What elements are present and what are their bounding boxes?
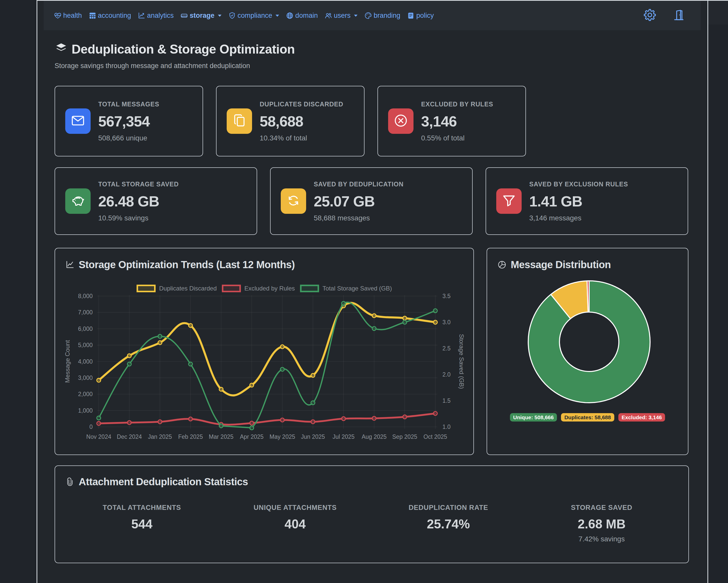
caret-down-icon — [276, 14, 279, 17]
stat-cards-row-1: TOTAL MESSAGES567,354508,666 uniqueDUPLI… — [55, 86, 689, 156]
svg-text:2.5: 2.5 — [442, 345, 450, 352]
svg-text:5,000: 5,000 — [78, 342, 93, 348]
svg-text:Jul 2025: Jul 2025 — [333, 433, 355, 440]
charts-row: Storage Optimization Trends (Last 12 Mon… — [55, 248, 689, 455]
svg-text:7,000: 7,000 — [78, 309, 93, 315]
globe-icon — [286, 12, 294, 20]
svg-text:1.5: 1.5 — [442, 397, 450, 404]
trends-line-chart: 8,0007,0006,0005,0004,0003,0002,0001,000… — [55, 248, 473, 455]
stat-icon-tile — [65, 108, 90, 134]
distribution-legend: Unique: 508,666Duplicates: 58,688Exclude… — [487, 413, 688, 422]
svg-text:May 2025: May 2025 — [269, 433, 295, 440]
people-icon — [324, 12, 332, 20]
attachment-stat-value: 2.68 MB — [525, 517, 678, 531]
nav-item-health[interactable]: health — [54, 12, 82, 20]
nav-item-policy[interactable]: policy — [407, 12, 434, 20]
distribution-donut-chart — [487, 248, 688, 455]
nav-items: healthaccountinganalyticsstoragecomplian… — [54, 12, 434, 20]
paperclip-icon — [65, 477, 75, 486]
table-icon — [88, 12, 97, 20]
stat-icon-tile — [496, 188, 522, 214]
attachment-stat-label: UNIQUE ATTACHMENTS — [218, 504, 372, 512]
arrow-repeat-icon — [286, 193, 301, 209]
nav-item-storage[interactable]: storage — [180, 12, 222, 20]
stat-sub: 10.34% of total — [260, 134, 343, 142]
nav-item-compliance[interactable]: compliance — [228, 12, 280, 20]
nav-item-label: storage — [190, 12, 214, 20]
nav-item-domain[interactable]: domain — [286, 12, 318, 20]
attachment-stat-storage-saved: STORAGE SAVED2.68 MB7.42% savings — [525, 504, 678, 543]
svg-text:Nov 2024: Nov 2024 — [86, 433, 111, 440]
hdd-icon — [180, 12, 188, 20]
svg-text:4,000: 4,000 — [78, 358, 93, 365]
stat-body: TOTAL MESSAGES567,354508,666 unique — [98, 100, 159, 142]
svg-text:2,000: 2,000 — [78, 391, 93, 397]
copy-icon — [232, 113, 247, 129]
stat-value: 3,146 — [421, 114, 493, 129]
nav-item-label: users — [334, 12, 350, 20]
stack-icon — [55, 42, 68, 57]
stat-label: DUPLICATES DISCARDED — [260, 100, 343, 108]
stat-label: SAVED BY DEDUPLICATION — [314, 180, 404, 188]
svg-text:Apr 2025: Apr 2025 — [240, 433, 263, 440]
palette-icon — [364, 12, 372, 20]
attachments-card-title: Attachment Deduplication Statistics — [65, 477, 678, 487]
stat-card-total-storage-saved: TOTAL STORAGE SAVED26.48 GB10.59% saving… — [55, 167, 257, 235]
page-title: Deduplication & Storage Optimization — [55, 42, 689, 57]
x-circle-icon — [393, 113, 408, 129]
stat-sub: 0.55% of total — [421, 134, 493, 142]
nav-item-label: analytics — [147, 12, 174, 20]
stat-icon-tile — [281, 188, 306, 214]
page-header: Deduplication & Storage Optimization Sto… — [55, 42, 689, 70]
svg-text:Mar 2025: Mar 2025 — [209, 433, 234, 440]
stat-body: SAVED BY EXCLUSION RULES1.41 GB3,146 mes… — [529, 180, 628, 222]
door-open-icon — [672, 8, 685, 23]
stat-card-saved-by-exclusion-rules: SAVED BY EXCLUSION RULES1.41 GB3,146 mes… — [486, 167, 688, 235]
stat-value: 25.07 GB — [314, 194, 404, 209]
distribution-badge-excluded: Excluded: 3,146 — [618, 413, 665, 422]
svg-text:1,000: 1,000 — [78, 407, 93, 414]
stat-card-saved-by-deduplication: SAVED BY DEDUPLICATION25.07 GB58,688 mes… — [270, 167, 473, 235]
funnel-icon — [501, 193, 516, 209]
stat-body: EXCLUDED BY RULES3,1460.55% of total — [421, 100, 493, 142]
stat-cards-row-2: TOTAL STORAGE SAVED26.48 GB10.59% saving… — [55, 167, 689, 235]
attachment-stat-deduplication-rate: DEDUPLICATION RATE25.74% — [372, 504, 525, 543]
svg-text:Sep 2025: Sep 2025 — [392, 433, 417, 440]
svg-text:Jun 2025: Jun 2025 — [301, 433, 325, 440]
browser-window: healthaccountinganalyticsstoragecomplian… — [36, 0, 708, 583]
stat-icon-tile — [227, 108, 252, 134]
attachment-stat-sub: 7.42% savings — [525, 535, 678, 543]
envelope-icon — [71, 113, 85, 129]
nav-item-analytics[interactable]: analytics — [137, 12, 174, 20]
nav-right-actions — [643, 8, 691, 23]
svg-text:Dec 2024: Dec 2024 — [117, 433, 142, 440]
trends-chart-card: Storage Optimization Trends (Last 12 Mon… — [55, 248, 474, 455]
attachments-card-title-text: Attachment Deduplication Statistics — [79, 477, 248, 487]
distribution-chart-card: Message Distribution Unique: 508,666Dupl… — [487, 248, 688, 455]
graph-up-arrow-icon — [137, 12, 146, 20]
svg-text:Message Count: Message Count — [64, 340, 71, 383]
heart-pulse-icon — [54, 12, 62, 20]
gear-icon — [643, 8, 656, 23]
svg-text:Oct 2025: Oct 2025 — [423, 433, 447, 440]
stat-icon-tile — [388, 108, 414, 134]
nav-item-users[interactable]: users — [324, 12, 358, 20]
nav-item-branding[interactable]: branding — [364, 12, 400, 20]
svg-text:Storage Saved (GB): Storage Saved (GB) — [458, 334, 465, 389]
logout-button[interactable] — [672, 8, 685, 23]
stat-value: 1.41 GB — [529, 194, 628, 209]
attachment-stat-label: STORAGE SAVED — [525, 504, 678, 512]
nav-item-accounting[interactable]: accounting — [88, 12, 131, 20]
piggy-bank-icon — [71, 193, 85, 209]
settings-button[interactable] — [643, 8, 656, 23]
distribution-badge-unique: Unique: 508,666 — [510, 413, 557, 422]
nav-item-label: accounting — [98, 12, 131, 20]
top-navbar: healthaccountinganalyticsstoragecomplian… — [44, 1, 701, 30]
attachment-stat-label: TOTAL ATTACHMENTS — [65, 504, 218, 512]
svg-text:0: 0 — [89, 424, 93, 430]
stat-icon-tile — [65, 188, 90, 214]
svg-text:Feb 2025: Feb 2025 — [178, 433, 203, 440]
caret-down-icon — [218, 14, 222, 17]
background-window-navbar — [708, 1, 728, 24]
svg-text:3,000: 3,000 — [78, 375, 93, 381]
